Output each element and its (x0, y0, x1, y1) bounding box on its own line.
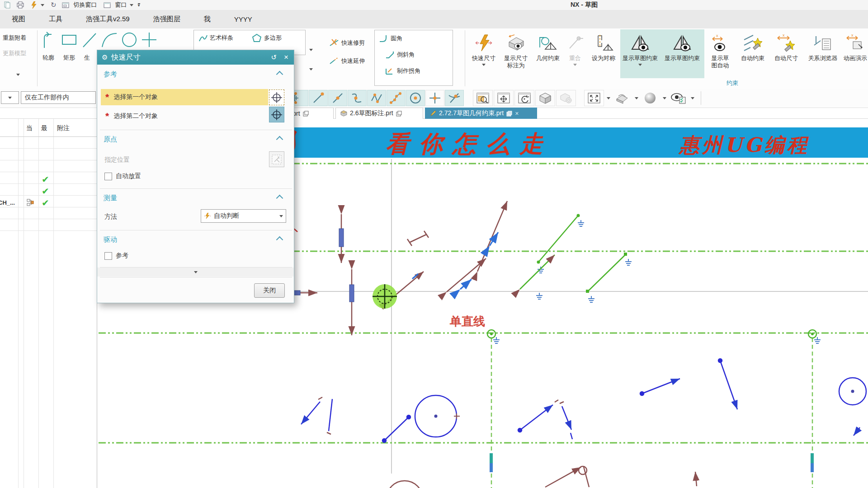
menu-yyyy[interactable]: YYYY (222, 10, 264, 28)
pan-icon[interactable] (494, 90, 514, 106)
snap-pole-icon[interactable] (387, 90, 406, 106)
make-corner-button[interactable]: 制作拐角 (385, 66, 420, 75)
check-icon[interactable]: ✔ (42, 174, 49, 185)
snap-node-icon[interactable] (367, 90, 386, 106)
switch-window-icon[interactable] (62, 0, 70, 9)
profile-tool-label[interactable]: 轮廓 (42, 54, 54, 62)
zoom-window-icon[interactable] (473, 90, 493, 106)
sketch-segment[interactable] (339, 214, 344, 263)
chevron-down-icon[interactable] (309, 68, 313, 70)
art-spline-button[interactable]: 艺术样条 (198, 33, 233, 43)
menu-haoqiang-tools[interactable]: 浩强工具v2.59 (74, 10, 142, 28)
sketch-segment[interactable] (640, 359, 737, 409)
display-dimension-as-button[interactable]: 显示尺寸 标注为 (499, 29, 533, 78)
detach-tab-icon[interactable] (506, 111, 512, 117)
sketch-circle[interactable] (415, 395, 460, 437)
sketch-segment[interactable] (447, 258, 486, 292)
sketch-segment[interactable] (407, 231, 429, 246)
reattach-button[interactable]: 重新附着 (3, 34, 26, 42)
window-menu-label[interactable]: 窗口 (115, 1, 127, 9)
construction-line-vertical[interactable] (491, 338, 812, 488)
snap-midpoint-icon[interactable] (328, 90, 347, 106)
rectangle-tool-icon[interactable] (60, 31, 78, 50)
collapse-icon[interactable] (276, 195, 283, 202)
navigator-item-label[interactable]: CH_... (0, 199, 15, 206)
quick-trim-button[interactable]: 快速修剪 (329, 38, 365, 47)
display-sketch-auto-button[interactable]: x 显示草 图自动 (704, 29, 736, 78)
fillet-button[interactable]: 圆角 (378, 34, 402, 43)
chevron-down-icon[interactable] (16, 74, 20, 76)
sketch-segment[interactable] (518, 400, 571, 432)
sketch-segment[interactable] (477, 201, 507, 272)
view-settings-icon[interactable] (556, 90, 576, 106)
sketch-segment[interactable] (301, 397, 332, 434)
shaded-view-icon[interactable] (535, 90, 555, 106)
dialog-titlebar[interactable]: ⚙ 快速尺寸 ↺ × (97, 50, 294, 65)
navigator-col-note[interactable]: 附注 (57, 124, 70, 132)
sketch-segment[interactable] (520, 255, 555, 289)
collapse-icon[interactable] (276, 71, 283, 78)
close-button[interactable]: 关闭 (254, 283, 285, 298)
section-origin[interactable]: 原点 (104, 135, 117, 144)
checkbox-icon[interactable] (104, 252, 112, 260)
sketch-text-annotation[interactable]: 单直线 (450, 314, 485, 329)
polygon-button[interactable]: 多边形 (252, 33, 282, 43)
chevron-down-icon[interactable] (635, 97, 638, 99)
chevron-down-icon[interactable] (638, 64, 642, 66)
close-icon[interactable]: × (284, 53, 288, 62)
check-icon[interactable]: ✔ (42, 186, 49, 197)
detach-tab-icon[interactable] (396, 111, 402, 117)
sketch-circle[interactable] (839, 378, 866, 405)
geometric-constraints-button[interactable]: 几何约束 (533, 29, 563, 78)
render-style-icon[interactable] (640, 90, 660, 106)
window-icon[interactable] (104, 0, 111, 9)
profile-tool-icon[interactable] (40, 31, 58, 50)
dialog-expand-bar[interactable] (97, 267, 294, 277)
rotate-icon[interactable] (514, 90, 534, 106)
quick-dimension-icon[interactable] (30, 0, 38, 9)
selection-scope-dropdown[interactable]: 仅在工作部件内 (21, 91, 96, 104)
chevron-down-icon[interactable] (130, 4, 133, 6)
line-tool-label[interactable]: 生 (84, 54, 90, 62)
section-measurement[interactable]: 测量 (104, 194, 117, 202)
rectangle-tool-label[interactable]: 矩形 (63, 54, 75, 62)
chevron-down-icon[interactable] (691, 97, 694, 99)
sketch-arrow[interactable] (854, 427, 860, 436)
snap-intersection-icon[interactable] (445, 90, 464, 106)
sketch-node-icon[interactable] (26, 198, 34, 208)
auto-placement-checkbox[interactable]: 自动放置 (104, 172, 141, 180)
chevron-down-icon[interactable] (41, 4, 44, 6)
sketch-segment[interactable] (537, 214, 580, 264)
menu-tools[interactable]: 工具 (37, 10, 74, 28)
navigator-col-current[interactable]: 当 (26, 124, 33, 132)
display-sketch-constraints-button[interactable]: 显示草图约束 (620, 29, 660, 78)
make-symmetric-button[interactable]: 设为对称 (587, 29, 620, 78)
auto-dimension-button[interactable]: x 自动尺寸 (769, 29, 803, 78)
chevron-down-icon[interactable] (482, 64, 486, 66)
fit-view-icon[interactable] (584, 90, 604, 106)
display-sketch-constraints-button-2[interactable]: 显示草图约束 (660, 29, 704, 78)
selection-filter-dropdown[interactable] (1, 91, 19, 104)
quick-dimension-button[interactable]: 快速尺寸 (468, 29, 499, 78)
circle-tool-icon[interactable] (120, 31, 138, 50)
menu-view[interactable]: 视图 (0, 10, 37, 28)
select-second-object-row[interactable]: * 选择第二个对象 (101, 108, 268, 124)
sketch-segment[interactable] (586, 253, 627, 293)
animate-dimension-button[interactable]: x 动画演示 (843, 29, 868, 78)
selection-cursor[interactable] (373, 284, 397, 309)
toolbar-overflow-icon[interactable]: ▾ (138, 3, 140, 7)
construction-point-ring[interactable] (487, 330, 816, 338)
navigator-col-latest[interactable]: 最 (41, 124, 47, 132)
collapse-icon[interactable] (276, 236, 283, 244)
tab-part-2[interactable]: 2.6草图标注.prt (335, 108, 423, 119)
method-dropdown[interactable]: 自动判断 (201, 209, 286, 223)
snap-endpoint-icon[interactable] (309, 90, 328, 106)
reference-checkbox[interactable]: 参考 (104, 252, 128, 260)
snap-circle-center-icon[interactable] (406, 90, 425, 106)
reset-icon[interactable]: ↺ (271, 53, 277, 61)
line-tool-icon[interactable] (80, 31, 99, 50)
menu-me[interactable]: 我 (192, 10, 222, 28)
chamfer-button[interactable]: 倒斜角 (385, 50, 415, 59)
auto-constrain-button[interactable]: 自动约束 (736, 29, 769, 78)
close-tab-icon[interactable]: × (515, 110, 519, 117)
